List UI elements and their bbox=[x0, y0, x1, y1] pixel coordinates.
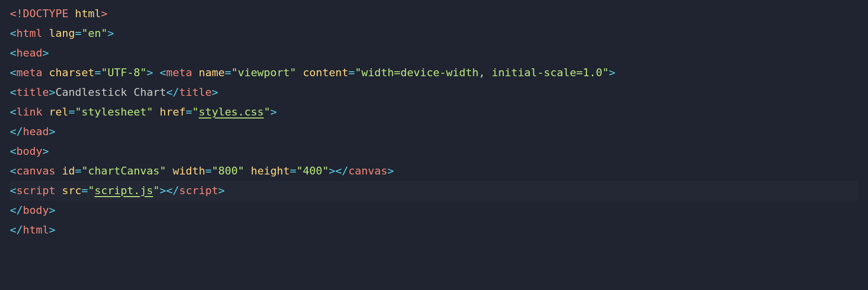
code-token: meta bbox=[16, 66, 42, 79]
code-token: "stylesheet" bbox=[75, 106, 153, 118]
code-token: = bbox=[348, 66, 355, 79]
code-token bbox=[56, 184, 62, 197]
code-token: "en" bbox=[82, 27, 108, 39]
code-line-7[interactable]: </head> bbox=[10, 122, 858, 142]
code-token: > bbox=[49, 86, 55, 98]
code-line-2[interactable]: <html lang="en"> bbox=[10, 24, 858, 43]
code-token: "viewport" bbox=[231, 66, 296, 79]
code-token: > bbox=[49, 125, 55, 138]
code-token: height bbox=[251, 165, 289, 177]
code-token: content bbox=[303, 66, 348, 79]
code-token: "chartCanvas" bbox=[82, 165, 166, 177]
code-line-10[interactable]: <script src="script.js"></script> bbox=[10, 181, 858, 201]
code-token: rel bbox=[49, 106, 68, 118]
code-token: > bbox=[42, 47, 49, 59]
code-token: > bbox=[270, 106, 277, 118]
code-token bbox=[153, 66, 159, 79]
code-token: link bbox=[16, 106, 42, 118]
code-line-1[interactable]: <!DOCTYPE html> bbox=[10, 4, 858, 24]
code-token: < bbox=[10, 145, 16, 157]
code-line-12[interactable]: </html> bbox=[10, 220, 858, 240]
code-token: = bbox=[75, 165, 81, 177]
code-token bbox=[42, 27, 49, 39]
code-token bbox=[68, 7, 75, 20]
code-token: </ bbox=[10, 204, 23, 216]
code-line-3[interactable]: <head> bbox=[10, 43, 858, 63]
code-token: < bbox=[10, 66, 16, 79]
code-token: = bbox=[75, 27, 81, 39]
code-token: </ bbox=[335, 165, 348, 177]
code-token: " bbox=[192, 106, 199, 118]
code-token: = bbox=[225, 66, 231, 79]
code-token: = bbox=[82, 184, 88, 197]
code-token: > bbox=[42, 145, 49, 157]
code-token: < bbox=[10, 106, 16, 118]
code-line-5[interactable]: <title>Candlestick Chart</title> bbox=[10, 83, 858, 102]
code-token bbox=[192, 66, 199, 79]
code-token: "400" bbox=[296, 165, 329, 177]
code-token: = bbox=[94, 66, 101, 79]
code-token: > bbox=[108, 27, 114, 39]
code-editor[interactable]: <!DOCTYPE html><html lang="en"><head><me… bbox=[0, 0, 868, 244]
code-token: "800" bbox=[212, 165, 244, 177]
code-token: DOCTYPE bbox=[23, 7, 69, 20]
code-token bbox=[244, 165, 251, 177]
code-token: styles.css bbox=[199, 106, 263, 118]
code-token: canvas bbox=[16, 165, 55, 177]
code-token bbox=[153, 106, 159, 118]
code-token: > bbox=[49, 204, 55, 216]
code-token: " bbox=[264, 106, 270, 118]
code-line-11[interactable]: </body> bbox=[10, 201, 858, 220]
code-token: < bbox=[10, 165, 16, 177]
code-token: lang bbox=[49, 27, 75, 39]
code-token: > bbox=[609, 66, 615, 79]
code-line-4[interactable]: <meta charset="UTF-8"> <meta name="viewp… bbox=[10, 63, 858, 83]
code-token: body bbox=[23, 204, 49, 216]
code-token: = bbox=[290, 165, 296, 177]
code-line-6[interactable]: <link rel="stylesheet" href="styles.css"… bbox=[10, 102, 858, 122]
code-token: </ bbox=[166, 86, 179, 98]
code-token: head bbox=[23, 125, 49, 138]
code-token: title bbox=[16, 86, 49, 98]
code-token: id bbox=[62, 165, 75, 177]
code-line-8[interactable]: <body> bbox=[10, 142, 858, 161]
code-token: title bbox=[179, 86, 211, 98]
code-token: html bbox=[16, 27, 42, 39]
code-token: > bbox=[146, 66, 153, 79]
code-token: < bbox=[10, 27, 16, 39]
code-token: > bbox=[160, 184, 166, 197]
code-token: > bbox=[329, 165, 335, 177]
code-token: "UTF-8" bbox=[101, 66, 146, 79]
code-token: < bbox=[10, 47, 16, 59]
code-token: width bbox=[173, 165, 205, 177]
code-token: < bbox=[10, 86, 16, 98]
code-token: src bbox=[62, 184, 82, 197]
code-token bbox=[42, 106, 49, 118]
code-token: > bbox=[101, 7, 107, 20]
code-token: > bbox=[218, 184, 225, 197]
code-token: html bbox=[23, 224, 49, 236]
code-token: = bbox=[68, 106, 75, 118]
code-token: name bbox=[199, 66, 225, 79]
code-token bbox=[166, 165, 173, 177]
code-token: = bbox=[205, 165, 211, 177]
code-line-9[interactable]: <canvas id="chartCanvas" width="800" hei… bbox=[10, 161, 858, 181]
code-token bbox=[296, 66, 303, 79]
code-token: body bbox=[16, 145, 42, 157]
code-token: </ bbox=[166, 184, 179, 197]
code-token: Candlestick Chart bbox=[56, 86, 166, 98]
code-token: < bbox=[10, 184, 16, 197]
code-token: > bbox=[387, 165, 394, 177]
code-token: > bbox=[212, 86, 218, 98]
code-token bbox=[56, 165, 62, 177]
code-token: </ bbox=[10, 125, 23, 138]
code-token: " bbox=[153, 184, 159, 197]
code-token: = bbox=[186, 106, 192, 118]
code-token: > bbox=[49, 224, 55, 236]
code-token: script bbox=[16, 184, 55, 197]
code-token: href bbox=[160, 106, 186, 118]
code-token: head bbox=[16, 47, 42, 59]
code-token: "width=device-width, initial-scale=1.0" bbox=[355, 66, 609, 79]
code-token: </ bbox=[10, 224, 23, 236]
code-token bbox=[42, 66, 49, 79]
